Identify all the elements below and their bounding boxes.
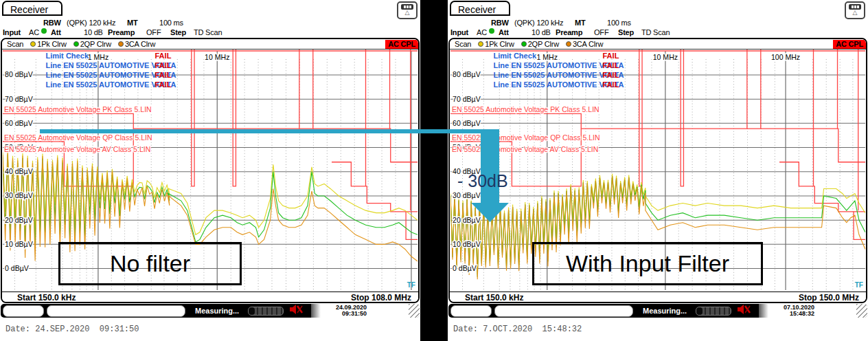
resize-grip[interactable] xyxy=(409,304,420,318)
input-label: Input xyxy=(450,28,468,36)
measuring-status: Measuring... xyxy=(195,307,239,315)
rbw-value[interactable]: (QPK) 120 kHz xyxy=(514,19,563,27)
status-bar: Measuring... 24.09.202009:31:50 xyxy=(1,304,420,318)
screenshot-date: Date: 7.OCT.2020 15:48:32 xyxy=(453,324,582,334)
svg-text:30 dBµV: 30 dBµV xyxy=(453,191,481,199)
ac-coupling-badge: AC CPL xyxy=(833,40,866,49)
svg-text:10 dBµV: 10 dBµV xyxy=(453,240,481,248)
trace3-color-dot xyxy=(118,41,124,47)
svg-text:0 dBµV: 0 dBµV xyxy=(453,264,477,272)
status-bar: Measuring... 07.10.202015:48:32 xyxy=(448,304,867,318)
step-value[interactable]: TD Scan xyxy=(194,28,222,36)
receiver-tab[interactable]: Receiver xyxy=(2,1,62,16)
measuring-status: Measuring... xyxy=(643,307,687,315)
svg-text:FAIL: FAIL xyxy=(602,80,619,89)
trace-1pk[interactable]: 1Pk Clrw xyxy=(30,40,66,48)
input-field-small[interactable] xyxy=(3,305,44,317)
svg-text:FAIL: FAIL xyxy=(155,71,171,79)
step-value[interactable]: TD Scan xyxy=(641,28,670,36)
status-time: 15:48:32 xyxy=(790,310,814,317)
trace3-color-dot xyxy=(566,41,571,47)
svg-text:FAIL: FAIL xyxy=(155,80,171,89)
input-label: Input xyxy=(3,28,21,36)
caption-with-input-filter: With Input Filter xyxy=(532,242,763,285)
svg-text:30 dBµV: 30 dBµV xyxy=(5,191,33,199)
scan-progress-bar xyxy=(696,307,731,316)
svg-text:EN 55025 Automotive Voltage QP: EN 55025 Automotive Voltage QP Class 5.L… xyxy=(452,133,600,142)
svg-text:FAIL: FAIL xyxy=(155,61,171,69)
rbw-label: RBW xyxy=(43,19,61,27)
receiver-tab[interactable]: Receiver xyxy=(450,1,510,16)
stop-frequency: Stop 150.0 MHz xyxy=(799,293,859,302)
svg-text:FAIL: FAIL xyxy=(155,52,171,60)
preamp-label: Preamp xyxy=(556,28,582,36)
svg-text:40 dBµV: 40 dBµV xyxy=(453,167,481,175)
resize-grip[interactable] xyxy=(856,304,867,318)
trace-2qp[interactable]: 2QP Clrw xyxy=(521,40,559,48)
trace-3ca[interactable]: 3CA Clrw xyxy=(118,40,155,48)
step-label: Step xyxy=(170,28,186,36)
clock-section: 24.09.202009:31:50 xyxy=(311,304,420,318)
svg-text:60 dBµV: 60 dBµV xyxy=(5,119,33,127)
panel-divider xyxy=(420,0,448,341)
receiver-screen-no-filter: Receiver △ RBW (QPK) 120 kHz MT 100 ms I… xyxy=(0,0,420,341)
svg-text:60 dBµV: 60 dBµV xyxy=(453,119,481,127)
svg-text:TF: TF xyxy=(407,281,415,289)
ac-coupling-badge: AC CPL xyxy=(385,40,418,49)
device-status-icon[interactable]: △ xyxy=(845,1,865,19)
preamp-label: Preamp xyxy=(108,28,135,36)
svg-text:10 MHz: 10 MHz xyxy=(653,53,678,61)
mt-value[interactable]: 100 ms xyxy=(607,19,631,27)
trace-3ca[interactable]: 3CA Clrw xyxy=(566,40,603,48)
header-row-bandwidth: RBW (QPK) 120 kHz MT 100 ms xyxy=(0,19,420,28)
start-frequency: Start 150.0 kHz xyxy=(17,293,76,302)
input-field-large[interactable] xyxy=(47,305,185,317)
trace1-color-dot xyxy=(30,41,36,47)
start-frequency: Start 150.0 kHz xyxy=(465,293,523,302)
svg-text:100 MHz: 100 MHz xyxy=(771,53,800,61)
device-status-icon[interactable]: △ xyxy=(397,1,418,19)
frequency-range-bar: Start 150.0 kHz Stop 150.0 MHz xyxy=(450,292,866,303)
mt-label: MT xyxy=(127,19,137,27)
mt-value[interactable]: 100 ms xyxy=(159,19,183,27)
trace-1pk[interactable]: 1Pk Clrw xyxy=(478,40,514,48)
svg-text:EN 55025 Automotive Voltage QP: EN 55025 Automotive Voltage QP Class 5.L… xyxy=(4,133,152,142)
receiver-screen-with-filter: Receiver △ RBW (QPK) 120 kHz MT 100 ms I… xyxy=(448,0,868,341)
att-value[interactable]: 10 dB xyxy=(532,28,551,36)
svg-text:FAIL: FAIL xyxy=(602,52,619,60)
preamp-value[interactable]: OFF xyxy=(594,28,608,36)
header-row-bandwidth: RBW (QPK) 120 kHz MT 100 ms xyxy=(448,19,868,28)
mt-label: MT xyxy=(575,19,585,27)
svg-text:Limit Check: Limit Check xyxy=(493,52,536,60)
scan-trace-bar: Scan 1Pk Clrw 2QP Clrw 3CA Clrw AC CPL xyxy=(450,39,866,50)
att-value[interactable]: 10 dB xyxy=(84,28,103,36)
trace2-color-dot xyxy=(73,41,79,47)
svg-text:20 dBµV: 20 dBµV xyxy=(453,216,481,224)
svg-text:1 MHz: 1 MHz xyxy=(536,53,557,61)
svg-text:FAIL: FAIL xyxy=(602,71,619,79)
svg-text:FAIL: FAIL xyxy=(602,61,619,69)
input-status-led xyxy=(489,28,494,34)
svg-text:40 dBµV: 40 dBµV xyxy=(5,167,33,175)
svg-text:1 MHz: 1 MHz xyxy=(88,53,108,61)
svg-text:80 dBµV: 80 dBµV xyxy=(5,70,33,78)
scan-progress-bar xyxy=(248,307,284,316)
svg-text:EN 55025 Automotive Voltage AV: EN 55025 Automotive Voltage AV Class 5.L… xyxy=(4,145,150,153)
header-row-input: Input AC Att 10 dB Preamp OFF Step TD Sc… xyxy=(0,28,420,37)
svg-text:80 dBµV: 80 dBµV xyxy=(453,70,481,78)
rbw-value[interactable]: (QPK) 120 kHz xyxy=(67,19,115,27)
svg-text:10 MHz: 10 MHz xyxy=(205,53,229,61)
preamp-value[interactable]: OFF xyxy=(146,28,161,36)
svg-text:0 dBµV: 0 dBµV xyxy=(5,264,29,272)
header-row-input: Input AC Att 10 dB Preamp OFF Step TD Sc… xyxy=(448,28,868,37)
input-field-large[interactable] xyxy=(494,305,633,317)
svg-text:TF: TF xyxy=(855,281,863,289)
svg-text:20 dBµV: 20 dBµV xyxy=(5,216,33,224)
input-value[interactable]: AC xyxy=(29,28,39,36)
input-field-small[interactable] xyxy=(450,305,492,317)
svg-text:70 dBµV: 70 dBµV xyxy=(5,95,33,103)
input-value[interactable]: AC xyxy=(477,28,487,36)
trace-2qp[interactable]: 2QP Clrw xyxy=(73,40,111,48)
svg-text:Limit Check: Limit Check xyxy=(45,52,89,60)
svg-text:EN 55025 Automotive Voltage PK: EN 55025 Automotive Voltage PK Class 5.L… xyxy=(452,105,599,113)
